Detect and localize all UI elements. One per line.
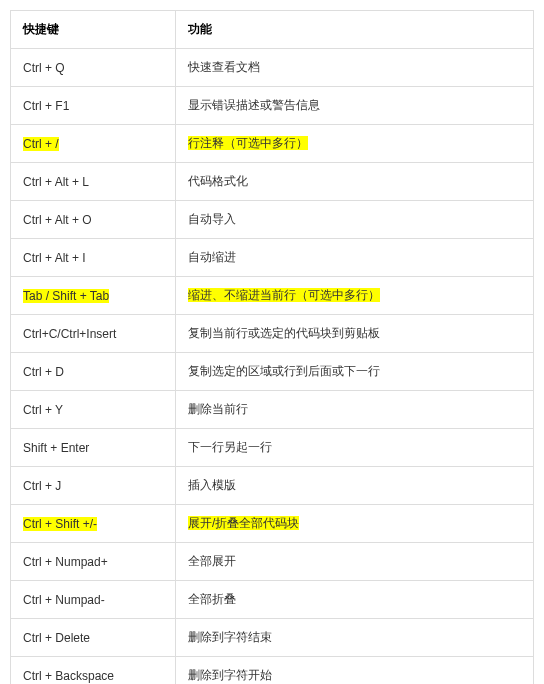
function-text: 删除到字符开始	[188, 668, 272, 682]
table-row: Ctrl + Q快速查看文档	[11, 49, 534, 87]
function-cell: 插入模版	[176, 467, 534, 505]
shortcut-cell: Ctrl + Alt + I	[11, 239, 176, 277]
table-row: Ctrl+C/Ctrl+Insert复制当前行或选定的代码块到剪贴板	[11, 315, 534, 353]
shortcut-table: 快捷键 功能 Ctrl + Q快速查看文档Ctrl + F1显示错误描述或警告信…	[10, 10, 534, 684]
shortcut-text: Ctrl + J	[23, 479, 61, 493]
function-cell: 删除到字符开始	[176, 657, 534, 685]
table-row: Ctrl + J插入模版	[11, 467, 534, 505]
shortcut-cell: Ctrl + Numpad+	[11, 543, 176, 581]
shortcut-cell: Ctrl + Backspace	[11, 657, 176, 685]
function-cell: 缩进、不缩进当前行（可选中多行）	[176, 277, 534, 315]
function-cell: 复制当前行或选定的代码块到剪贴板	[176, 315, 534, 353]
table-header-row: 快捷键 功能	[11, 11, 534, 49]
function-text: 代码格式化	[188, 174, 248, 188]
header-function: 功能	[176, 11, 534, 49]
table-row: Ctrl + Delete删除到字符结束	[11, 619, 534, 657]
table-row: Ctrl + Alt + I自动缩进	[11, 239, 534, 277]
shortcut-text: Shift + Enter	[23, 441, 89, 455]
function-text: 复制当前行或选定的代码块到剪贴板	[188, 326, 380, 340]
table-row: Ctrl + Alt + O自动导入	[11, 201, 534, 239]
shortcut-text: Ctrl + D	[23, 365, 64, 379]
function-cell: 代码格式化	[176, 163, 534, 201]
function-cell: 删除当前行	[176, 391, 534, 429]
function-cell: 显示错误描述或警告信息	[176, 87, 534, 125]
function-cell: 全部展开	[176, 543, 534, 581]
table-row: Ctrl + Y删除当前行	[11, 391, 534, 429]
table-row: Ctrl + Numpad-全部折叠	[11, 581, 534, 619]
function-text: 缩进、不缩进当前行（可选中多行）	[188, 288, 380, 302]
function-text: 展开/折叠全部代码块	[188, 516, 299, 530]
shortcut-cell: Ctrl + Y	[11, 391, 176, 429]
shortcut-text: Ctrl + Delete	[23, 631, 90, 645]
shortcut-cell: Ctrl + Delete	[11, 619, 176, 657]
function-text: 显示错误描述或警告信息	[188, 98, 320, 112]
function-cell: 全部折叠	[176, 581, 534, 619]
shortcut-text: Ctrl+C/Ctrl+Insert	[23, 327, 116, 341]
shortcut-cell: Ctrl + J	[11, 467, 176, 505]
function-text: 自动缩进	[188, 250, 236, 264]
table-row: Ctrl + Alt + L代码格式化	[11, 163, 534, 201]
function-text: 删除到字符结束	[188, 630, 272, 644]
shortcut-cell: Ctrl + D	[11, 353, 176, 391]
table-row: Ctrl + Numpad+全部展开	[11, 543, 534, 581]
function-cell: 展开/折叠全部代码块	[176, 505, 534, 543]
function-text: 快速查看文档	[188, 60, 260, 74]
shortcut-cell: Ctrl + Shift +/-	[11, 505, 176, 543]
shortcut-text: Ctrl + Q	[23, 61, 65, 75]
function-cell: 复制选定的区域或行到后面或下一行	[176, 353, 534, 391]
shortcut-cell: Ctrl + Numpad-	[11, 581, 176, 619]
table-row: Ctrl + F1显示错误描述或警告信息	[11, 87, 534, 125]
function-text: 行注释（可选中多行）	[188, 136, 308, 150]
shortcut-cell: Ctrl + F1	[11, 87, 176, 125]
function-text: 全部展开	[188, 554, 236, 568]
shortcut-text: Ctrl + Alt + O	[23, 213, 92, 227]
function-cell: 自动缩进	[176, 239, 534, 277]
function-text: 全部折叠	[188, 592, 236, 606]
shortcut-cell: Ctrl + Q	[11, 49, 176, 87]
table-row: Ctrl + Backspace删除到字符开始	[11, 657, 534, 685]
shortcut-text: Ctrl + Numpad+	[23, 555, 108, 569]
table-row: Ctrl + /行注释（可选中多行）	[11, 125, 534, 163]
function-cell: 快速查看文档	[176, 49, 534, 87]
function-text: 插入模版	[188, 478, 236, 492]
shortcut-text: Ctrl + F1	[23, 99, 69, 113]
shortcut-text: Ctrl + /	[23, 137, 59, 151]
shortcut-cell: Ctrl + Alt + L	[11, 163, 176, 201]
function-text: 自动导入	[188, 212, 236, 226]
table-row: Ctrl + D复制选定的区域或行到后面或下一行	[11, 353, 534, 391]
shortcut-text: Ctrl + Alt + I	[23, 251, 86, 265]
function-text: 复制选定的区域或行到后面或下一行	[188, 364, 380, 378]
function-text: 下一行另起一行	[188, 440, 272, 454]
shortcut-text: Ctrl + Y	[23, 403, 63, 417]
shortcut-cell: Ctrl+C/Ctrl+Insert	[11, 315, 176, 353]
table-row: Ctrl + Shift +/-展开/折叠全部代码块	[11, 505, 534, 543]
function-cell: 下一行另起一行	[176, 429, 534, 467]
function-cell: 删除到字符结束	[176, 619, 534, 657]
shortcut-text: Ctrl + Shift +/-	[23, 517, 97, 531]
shortcut-text: Tab / Shift + Tab	[23, 289, 109, 303]
function-cell: 行注释（可选中多行）	[176, 125, 534, 163]
header-shortcut: 快捷键	[11, 11, 176, 49]
shortcut-text: Ctrl + Alt + L	[23, 175, 89, 189]
shortcut-cell: Shift + Enter	[11, 429, 176, 467]
table-row: Tab / Shift + Tab缩进、不缩进当前行（可选中多行）	[11, 277, 534, 315]
shortcut-text: Ctrl + Backspace	[23, 669, 114, 683]
function-text: 删除当前行	[188, 402, 248, 416]
shortcut-text: Ctrl + Numpad-	[23, 593, 105, 607]
shortcut-cell: Ctrl + /	[11, 125, 176, 163]
table-row: Shift + Enter下一行另起一行	[11, 429, 534, 467]
shortcut-cell: Tab / Shift + Tab	[11, 277, 176, 315]
function-cell: 自动导入	[176, 201, 534, 239]
shortcut-cell: Ctrl + Alt + O	[11, 201, 176, 239]
